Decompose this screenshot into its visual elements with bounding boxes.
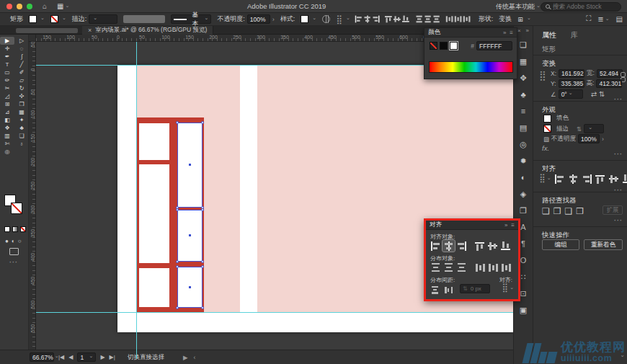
frame-window-3[interactable]	[139, 268, 169, 307]
reference-point-icon[interactable]: ⣿	[336, 16, 350, 23]
zoom-level-field[interactable]: 66.67%	[30, 352, 54, 362]
lasso-tool[interactable]: ◌	[14, 45, 29, 53]
vertical-align-center-button[interactable]	[608, 173, 621, 185]
panel-symbols-icon[interactable]: ♣	[517, 89, 529, 99]
gradient-button[interactable]	[12, 226, 18, 232]
horizontal-distribute-right-button[interactable]	[464, 14, 473, 25]
search-input[interactable]	[553, 3, 615, 10]
selected-rect-2[interactable]	[178, 210, 202, 261]
color-collapse-icon[interactable]: »	[503, 30, 506, 36]
color-spectrum-bar[interactable]	[429, 61, 513, 73]
anchor-point[interactable]	[176, 265, 179, 268]
transform-panel-icon[interactable]: ⊞	[517, 16, 530, 23]
y-field[interactable]: 335.385	[559, 79, 584, 88]
workspace-switcher[interactable]: 传统基本功能	[496, 2, 541, 12]
anchor-point[interactable]	[201, 265, 204, 268]
line-segment-tool[interactable]: ╱	[14, 61, 29, 68]
stroke-color-swatch[interactable]	[50, 15, 66, 23]
anchor-point[interactable]	[176, 260, 179, 263]
panel-asset-export-icon[interactable]: ❐	[517, 205, 529, 216]
anchor-point[interactable]	[189, 286, 191, 288]
horizontal-align-left-button[interactable]	[553, 173, 566, 185]
vertical-align-center-button[interactable]	[487, 240, 499, 252]
artboard-number-field[interactable]: 1	[77, 352, 96, 362]
vertical-distribute-bottom-button[interactable]	[434, 14, 443, 25]
draw-normal-icon[interactable]: ●	[5, 238, 9, 244]
pathfinder-more-icon[interactable]	[614, 216, 623, 224]
vertical-ruler[interactable]: 50050100150200250300350400450500550	[29, 42, 36, 350]
last-artboard-icon[interactable]: ▶|	[110, 354, 115, 360]
vertical-align-bottom-button[interactable]	[622, 173, 627, 185]
expand-button[interactable]: 扩展	[602, 205, 623, 215]
toolbar-more-icon[interactable]	[9, 258, 18, 266]
transform-label[interactable]: 变换	[499, 14, 512, 24]
fill-color-swatch[interactable]	[29, 15, 45, 23]
stroke-stepper-icon[interactable]: ⇅	[577, 125, 582, 133]
width-field[interactable]: 52.494	[597, 69, 623, 78]
brush-definition-dropdown[interactable]: 基本	[171, 14, 211, 24]
zoom-tool[interactable]: ◎	[0, 148, 14, 156]
horizontal-align-right-button[interactable]	[455, 240, 468, 252]
anchor-point[interactable]	[201, 208, 204, 211]
document-info-icon[interactable]: ▤	[616, 15, 623, 23]
slice-tool[interactable]: ✄	[0, 140, 14, 148]
flip-vertical-icon[interactable]: ⇅	[599, 90, 605, 98]
blend-tool[interactable]: ❖	[0, 124, 14, 132]
color-menu-icon[interactable]: ≡	[510, 30, 513, 36]
hand-tool[interactable]: ♁	[14, 140, 29, 148]
color-fill-swatch[interactable]	[450, 42, 458, 50]
panel-graphic-styles-icon[interactable]: ◐	[517, 172, 529, 182]
magic-wand-tool[interactable]: ✛	[0, 45, 14, 53]
arrange-documents-icon[interactable]: ▦	[57, 2, 69, 10]
horizontal-distribute-center-button[interactable]	[487, 262, 499, 273]
height-field[interactable]: 412.301	[596, 79, 622, 88]
vertical-align-top-button[interactable]	[595, 173, 607, 185]
isolate-icon[interactable]: ≣	[597, 15, 609, 23]
panel-collapse-icon[interactable]: »	[526, 27, 529, 34]
vertical-align-top-button[interactable]	[474, 240, 486, 252]
anchor-point[interactable]	[176, 306, 179, 309]
panel-pathfinder-icon[interactable]: ▣	[517, 305, 529, 315]
frame-window-2[interactable]	[139, 164, 169, 263]
anchor-point[interactable]	[201, 306, 204, 309]
type-tool[interactable]: T	[0, 61, 14, 68]
vertical-align-bottom-button[interactable]	[404, 14, 412, 25]
direct-selection-tool[interactable]: ▷	[14, 37, 29, 45]
horizontal-align-center-button[interactable]	[443, 240, 455, 252]
free-transform-tool[interactable]: ⊞	[0, 100, 14, 108]
flip-horizontal-icon[interactable]: ⇄	[591, 90, 597, 98]
horizontal-distribute-space-button[interactable]	[443, 284, 455, 296]
pathfinder-unite-button[interactable]: ❏	[542, 206, 550, 216]
fx-label[interactable]: fx.	[542, 144, 549, 152]
anchor-point[interactable]	[176, 208, 179, 211]
scale-tool[interactable]: ◿	[0, 92, 14, 100]
pathfinder-exclude-button[interactable]: ❒	[576, 206, 584, 216]
align-collapse-icon[interactable]: »	[504, 222, 507, 228]
hex-field[interactable]: FFFFFF	[476, 41, 512, 50]
panel-appearance-icon[interactable]: ✹	[517, 156, 529, 166]
document-tab[interactable]: × 室内场景.ai* @ 66.67% (RGB/GPU 预览)	[82, 26, 213, 35]
align-panel-title[interactable]: 对齐	[430, 221, 442, 229]
artboard-tool[interactable]: ❏	[14, 132, 29, 140]
panel-stroke-icon[interactable]: ≡	[517, 106, 529, 116]
style-swatch[interactable]	[301, 15, 316, 23]
opacity-field[interactable]: 100%	[247, 14, 270, 24]
pencil-tool[interactable]: ✏	[0, 76, 14, 84]
horizontal-align-right-button[interactable]	[581, 173, 593, 185]
vertical-distribute-center-button[interactable]	[443, 262, 455, 273]
rotation-field[interactable]: 0°	[559, 89, 583, 99]
vertical-distribute-space-button[interactable]	[430, 284, 442, 296]
selected-rect-3[interactable]	[178, 267, 202, 307]
color-panel-title[interactable]: 颜色	[428, 28, 440, 37]
stroke-profile-dropdown[interactable]	[123, 15, 165, 23]
color-button[interactable]	[4, 226, 10, 232]
appearance-stroke-swatch[interactable]	[543, 125, 551, 133]
appearance-fill-swatch[interactable]	[543, 115, 551, 123]
column-graph-tool[interactable]: ▥	[0, 132, 14, 140]
minimize-window-button[interactable]	[17, 4, 22, 9]
draw-behind-icon[interactable]: ◐	[12, 238, 15, 244]
perspective-grid-tool[interactable]: ⊿	[0, 108, 14, 116]
anchor-point[interactable]	[201, 121, 204, 124]
align-more-icon[interactable]	[614, 186, 623, 194]
panel-artboards-icon[interactable]: ▦	[517, 56, 529, 66]
